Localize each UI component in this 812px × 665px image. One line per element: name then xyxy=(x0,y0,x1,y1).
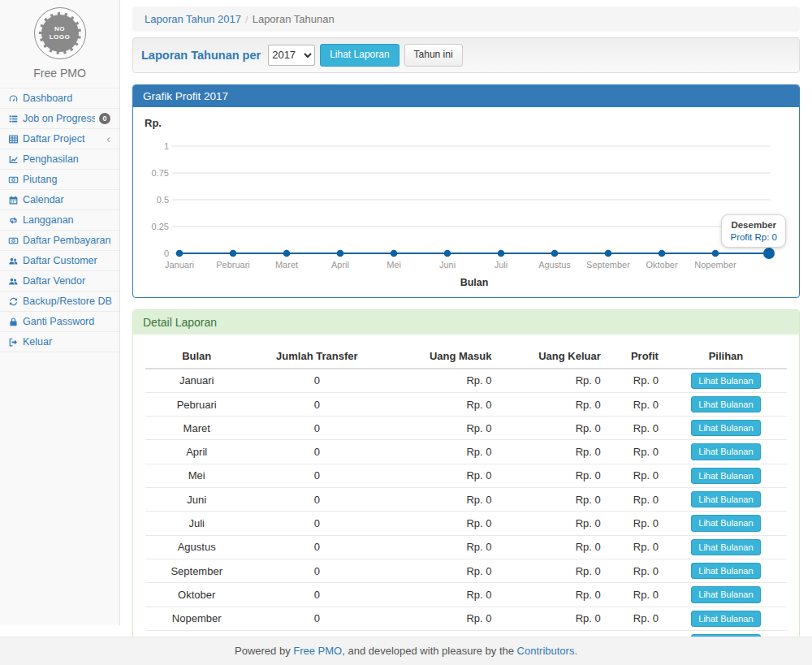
cell-profit: Rp. 0 xyxy=(607,488,665,512)
lihat-bulanan-button[interactable]: Lihat Bulanan xyxy=(691,563,760,579)
footer-freepmo-link[interactable]: Free PMO xyxy=(293,645,342,657)
main-content: Laporan Tahun 2017/Laporan Tahunan Lapor… xyxy=(120,0,812,625)
count-badge: 0 xyxy=(99,113,110,124)
sidebar-item-label: Daftar Vendor xyxy=(23,275,114,287)
tahun-ini-button[interactable]: Tahun ini xyxy=(404,44,463,67)
detail-laporan-panel: Detail Laporan BulanJumlah TransferUang … xyxy=(132,309,800,665)
cell-uang_masuk: Rp. 0 xyxy=(386,583,498,607)
column-header-jumlah-transfer: Jumlah Transfer xyxy=(248,344,386,369)
svg-text:Juni: Juni xyxy=(439,260,456,270)
sidebar-item-daftar-customer[interactable]: Daftar Customer xyxy=(0,251,119,271)
chart-tooltip-value: Profit Rp: 0 xyxy=(730,232,777,242)
sidebar-item-ganti-password[interactable]: Ganti Password xyxy=(0,312,119,332)
sidebar-item-label: Daftar Pembayaran xyxy=(23,235,114,246)
sidebar-item-keluar[interactable]: Keluar xyxy=(0,332,119,352)
cell-uang_masuk: Rp. 0 xyxy=(386,607,498,630)
dashboard-icon xyxy=(7,93,19,104)
cell-uang_keluar: Rp. 0 xyxy=(498,535,607,559)
sidebar-item-label: Penghasilan xyxy=(23,153,114,165)
brand-name: Free PMO xyxy=(0,67,119,80)
column-header-pilihan: Pilihan xyxy=(665,344,787,369)
svg-text:Oktober: Oktober xyxy=(646,260,677,270)
sidebar-item-langganan[interactable]: Langganan xyxy=(0,210,119,231)
calendar-icon xyxy=(7,195,19,205)
sidebar-item-backup-restore-db[interactable]: Backup/Restore DB xyxy=(0,291,119,312)
sidebar-item-piutang[interactable]: Piutang xyxy=(0,170,119,190)
cell-pilihan: Lihat Bulanan xyxy=(665,440,787,464)
svg-text:September: September xyxy=(586,260,630,270)
cell-bulan: Pebruari xyxy=(145,392,248,416)
cell-pilihan: Lihat Bulanan xyxy=(665,535,787,559)
lihat-bulanan-button[interactable]: Lihat Bulanan xyxy=(691,373,760,389)
logo-ring: NO LOGO xyxy=(34,7,86,59)
chart-tooltip-month: Desember xyxy=(730,220,777,230)
cell-profit: Rp. 0 xyxy=(607,369,665,393)
cell-bulan: Juni xyxy=(145,488,248,512)
breadcrumb: Laporan Tahun 2017/Laporan Tahunan xyxy=(132,6,800,32)
breadcrumb-link-laporan-tahun[interactable]: Laporan Tahun 2017 xyxy=(145,13,241,25)
sidebar-item-job-on-progress[interactable]: Job on Progress0 xyxy=(0,109,119,129)
cell-uang_masuk: Rp. 0 xyxy=(386,440,498,464)
lihat-bulanan-button[interactable]: Lihat Bulanan xyxy=(691,443,760,460)
money-icon xyxy=(7,235,19,246)
sidebar-item-label: Piutang xyxy=(23,174,114,185)
lihat-bulanan-button[interactable]: Lihat Bulanan xyxy=(691,539,760,555)
sidebar-item-label: Job on Progress xyxy=(23,113,95,124)
lihat-bulanan-button[interactable]: Lihat Bulanan xyxy=(691,420,760,436)
cell-uang_keluar: Rp. 0 xyxy=(498,464,607,487)
lihat-bulanan-button[interactable]: Lihat Bulanan xyxy=(691,515,760,531)
table-row: September0Rp. 0Rp. 0Rp. 0Lihat Bulanan xyxy=(145,559,787,582)
lihat-bulanan-button[interactable]: Lihat Bulanan xyxy=(691,586,760,602)
chevron-left-icon: ‹ xyxy=(106,135,110,143)
table-row: April0Rp. 0Rp. 0Rp. 0Lihat Bulanan xyxy=(145,440,787,464)
lihat-bulanan-button[interactable]: Lihat Bulanan xyxy=(691,468,760,484)
footer-middle-text: , and developed with pleasure by the xyxy=(342,645,516,657)
cell-uang_masuk: Rp. 0 xyxy=(386,535,498,559)
cell-uang_keluar: Rp. 0 xyxy=(498,512,607,535)
column-header-uang-keluar: Uang Keluar xyxy=(498,344,607,369)
cell-profit: Rp. 0 xyxy=(607,464,665,487)
sidebar-item-calendar[interactable]: Calendar xyxy=(0,190,119,210)
sidebar-item-daftar-pembayaran[interactable]: Daftar Pembayaran xyxy=(0,231,119,251)
cell-jumlah_transfer: 0 xyxy=(248,583,386,607)
sidebar: NO LOGO Free PMO DashboardJob on Progres… xyxy=(0,0,120,625)
lihat-bulanan-button[interactable]: Lihat Bulanan xyxy=(691,396,760,412)
year-select[interactable]: 2017 xyxy=(268,45,315,66)
cell-jumlah_transfer: 0 xyxy=(248,392,386,416)
footer-contributors-link[interactable]: Contributors. xyxy=(517,645,577,657)
sidebar-item-daftar-project[interactable]: Daftar Project‹ xyxy=(0,129,119,149)
sidebar-item-label: Calendar xyxy=(23,194,114,205)
cell-uang_keluar: Rp. 0 xyxy=(498,583,607,607)
svg-text:Rp.: Rp. xyxy=(145,117,162,129)
logo-text-line1: NO xyxy=(54,25,65,33)
detail-panel-title: Detail Laporan xyxy=(133,310,799,335)
cell-pilihan: Lihat Bulanan xyxy=(665,583,787,607)
sidebar-item-penghasilan[interactable]: Penghasilan xyxy=(0,149,119,170)
svg-text:Nopember: Nopember xyxy=(694,260,736,270)
page: NO LOGO Free PMO DashboardJob on Progres… xyxy=(0,0,812,665)
column-header-uang-masuk: Uang Masuk xyxy=(386,344,498,369)
lihat-bulanan-button[interactable]: Lihat Bulanan xyxy=(691,611,760,627)
svg-text:0: 0 xyxy=(164,248,169,258)
sidebar-item-dashboard[interactable]: Dashboard xyxy=(0,89,119,109)
lihat-bulanan-button[interactable]: Lihat Bulanan xyxy=(691,491,760,507)
cell-bulan: Mei xyxy=(145,464,248,487)
profit-line-chart[interactable]: Rp.00.250.50.751JanuariPebruariMaretApri… xyxy=(143,114,789,297)
svg-text:Januari: Januari xyxy=(165,260,194,270)
sidebar-item-label: Daftar Project xyxy=(23,133,102,145)
svg-text:Mei: Mei xyxy=(387,260,401,270)
svg-text:Agustus: Agustus xyxy=(538,260,571,270)
cell-uang_keluar: Rp. 0 xyxy=(498,392,607,416)
cell-bulan: Juli xyxy=(145,512,248,535)
cell-pilihan: Lihat Bulanan xyxy=(665,392,787,416)
sidebar-item-daftar-vendor[interactable]: Daftar Vendor xyxy=(0,271,119,291)
breadcrumb-separator: / xyxy=(245,13,248,25)
cell-profit: Rp. 0 xyxy=(607,535,665,559)
svg-text:April: April xyxy=(331,260,349,270)
cell-uang_masuk: Rp. 0 xyxy=(386,369,498,393)
chart-panel-title: Grafik Profit 2017 xyxy=(133,85,799,107)
cell-profit: Rp. 0 xyxy=(607,417,665,440)
footer-powered-by: Powered by xyxy=(235,645,293,657)
lihat-laporan-button[interactable]: Lihat Laporan xyxy=(320,44,399,67)
cell-uang_keluar: Rp. 0 xyxy=(498,417,607,440)
